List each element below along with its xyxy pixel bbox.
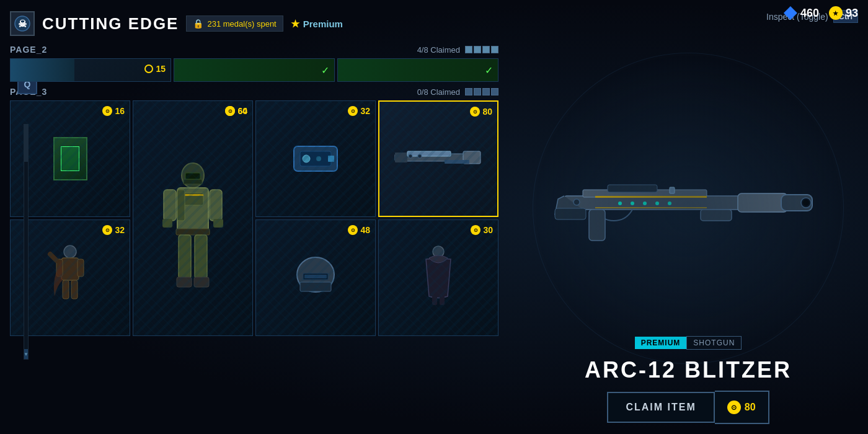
chevron-down-icon: ▼: [24, 352, 29, 357]
medal-icon-5: ⊙: [225, 106, 235, 116]
grid-dot-3: [482, 46, 490, 53]
page2-items-row: 15 ✓ ✓: [10, 58, 498, 82]
svg-rect-51: [738, 193, 787, 212]
page3-grid: ⊙ 16: [10, 100, 498, 336]
svg-rect-57: [595, 207, 707, 208]
svg-point-61: [655, 202, 659, 205]
currencies-display: 460 ★ 93: [784, 6, 858, 20]
medal-icon-6: ⊙: [348, 225, 358, 235]
check-icon-2: ✓: [321, 64, 329, 76]
svg-point-58: [618, 202, 622, 205]
page2-claimed-text: 4/8 Claimed: [417, 45, 460, 55]
svg-point-54: [803, 200, 809, 206]
claim-medal-icon: ⊙: [727, 401, 741, 414]
weapon-image: [546, 140, 831, 277]
svg-rect-63: [589, 210, 605, 241]
item5-cost: ⊙ 64: [225, 106, 247, 116]
medals-spent-badge: 🔒 231 medal(s) spent: [186, 16, 283, 32]
weapon-preview: [539, 122, 837, 295]
item6-cost: ⊙ 48: [348, 225, 370, 235]
medal-outline-icon: [144, 64, 153, 73]
medal-icon-4: ⊙: [470, 107, 480, 117]
medals-spent-text: 231 medal(s) spent: [207, 19, 276, 29]
medal-icon-1: ⊙: [102, 106, 112, 116]
gold-currency-value: 93: [846, 7, 858, 20]
page2-claimed-info: 4/8 Claimed: [417, 45, 498, 55]
scroll-down-button[interactable]: ▼: [24, 349, 28, 359]
item4-cost: ⊙ 80: [470, 107, 492, 117]
grid-dot-6: [474, 88, 481, 95]
claim-cost-value: 80: [745, 402, 756, 413]
scroll-thumb[interactable]: [24, 125, 28, 162]
page3-header: PAGE_3 0/8 Claimed: [10, 87, 498, 97]
grid-item-8[interactable]: ⊙ 30: [378, 219, 498, 336]
svg-text:☠: ☠: [18, 19, 27, 29]
star-icon: ★: [291, 18, 299, 30]
medal-icon-3: ⊙: [348, 106, 358, 116]
page2-item1-cost: 15: [144, 64, 166, 74]
grid-dot-4: [491, 46, 498, 53]
page3-claimed-text: 0/8 Claimed: [417, 87, 460, 97]
right-panel: Inspect (Toggle) Ctrl: [508, 0, 868, 434]
page2-item-2[interactable]: ✓: [174, 58, 335, 82]
grid-dot-5: [465, 88, 472, 95]
svg-point-53: [801, 198, 811, 208]
claim-row: CLAIM ITEM ⊙ 80: [607, 391, 769, 424]
svg-point-59: [631, 202, 634, 205]
svg-point-67: [574, 199, 580, 205]
premium-indicator: ★ Premium: [291, 18, 343, 30]
grid-dot-2: [474, 46, 481, 53]
page3-claimed-info: 0/8 Claimed: [417, 87, 498, 97]
blue-currency-icon: [784, 6, 797, 20]
grid-dot-1: [465, 46, 472, 53]
grid-dot-8: [491, 88, 498, 95]
grid-dot-7: [482, 88, 490, 95]
svg-rect-55: [555, 208, 586, 219]
page2-label: PAGE_2: [10, 45, 47, 55]
check-icon-3: ✓: [485, 64, 493, 76]
svg-rect-49: [564, 196, 750, 210]
page-header: ☠ CUTTING EDGE 🔒 231 medal(s) spent ★ Pr…: [10, 7, 498, 40]
svg-rect-66: [608, 185, 657, 192]
lock-icon: 🔒: [193, 19, 203, 29]
left-panel: ☠ CUTTING EDGE 🔒 231 medal(s) spent ★ Pr…: [0, 0, 508, 434]
page2-header: PAGE_2 4/8 Claimed: [10, 45, 498, 55]
svg-rect-65: [670, 187, 675, 193]
page2-item-3[interactable]: ✓: [337, 58, 498, 82]
blue-currency: 460: [784, 6, 819, 20]
page3-grid-icon: [465, 88, 498, 95]
item3-cost: ⊙ 32: [348, 106, 370, 116]
grid-item-5[interactable]: ⊙ 64: [133, 100, 253, 336]
item1-cost: ⊙ 16: [102, 106, 125, 116]
claim-item-button[interactable]: CLAIM ITEM: [607, 392, 714, 423]
item8-cost: ⊙ 30: [471, 225, 493, 235]
gold-currency-icon: ★: [829, 6, 843, 20]
svg-rect-50: [583, 190, 707, 197]
page-title: CUTTING EDGE: [42, 14, 179, 33]
page2-grid-icon: [465, 46, 498, 53]
gold-currency: ★ 93: [829, 6, 858, 20]
grid-item-4[interactable]: ⊙ 80: [378, 100, 498, 217]
page2-item-1[interactable]: 15: [10, 58, 171, 82]
svg-point-62: [668, 202, 671, 205]
svg-point-60: [643, 202, 647, 205]
grid-item-6[interactable]: ⊙ 48: [255, 219, 376, 336]
item7-cost: ⊙ 32: [102, 225, 125, 235]
page2-section: PAGE_2 4/8 Claimed 15: [10, 45, 498, 82]
medal-icon-7: ⊙: [102, 225, 112, 235]
blue-currency-value: 460: [800, 7, 819, 20]
page3-section: PAGE_3 0/8 Claimed: [10, 87, 498, 336]
svg-rect-52: [781, 195, 812, 211]
medal-icon-8: ⊙: [471, 225, 480, 235]
scroll-track: ▼: [24, 124, 29, 360]
svg-rect-56: [595, 196, 707, 198]
grid-item-3[interactable]: ⊙ 32: [255, 100, 376, 217]
game-logo-icon: ☠: [10, 11, 35, 36]
svg-rect-64: [701, 210, 732, 221]
claim-cost-display: ⊙ 80: [715, 391, 769, 424]
premium-label: Premium: [303, 19, 343, 29]
